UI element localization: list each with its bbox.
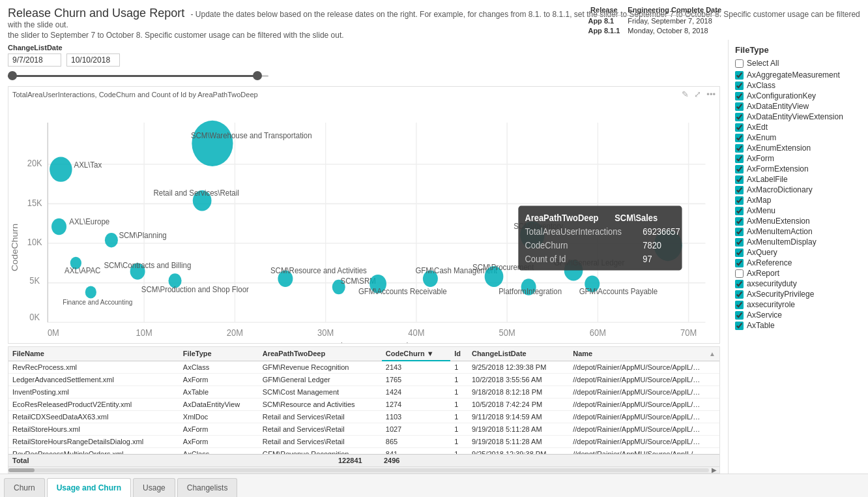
filetype-checkbox[interactable] — [735, 113, 744, 121]
col-filetype: FileType — [179, 347, 259, 361]
filetype-checkbox[interactable] — [735, 196, 744, 205]
filetype-checkbox[interactable] — [735, 248, 744, 257]
table-row[interactable]: InventPosting.xml AxTable SCM\Cost Manag… — [8, 386, 719, 399]
tab-usage-and-churn[interactable]: Usage and Churn — [47, 478, 131, 497]
table-row[interactable]: RetailStoreHoursRangeDetailsDialog.xml A… — [8, 436, 719, 448]
filetype-item[interactable]: AxLabelFile — [735, 174, 861, 185]
filetype-label: AxMap — [747, 196, 771, 205]
filetype-checkbox[interactable] — [735, 165, 744, 173]
filetype-label: AxEnumExtension — [747, 143, 811, 153]
filetype-checkbox[interactable] — [735, 228, 744, 236]
tab-changelists[interactable]: Changelists — [177, 478, 238, 497]
filetype-checkbox[interactable] — [735, 217, 744, 226]
filetype-checkbox[interactable] — [735, 71, 744, 80]
filetype-item[interactable]: axsecurityrole — [735, 299, 861, 310]
bubble-axl-europe[interactable] — [51, 218, 66, 235]
filetype-checkbox[interactable] — [735, 322, 744, 330]
filetype-checkbox[interactable] — [735, 102, 744, 111]
filetype-item[interactable]: AxEnumExtension — [735, 143, 861, 153]
filetype-item[interactable]: AxEnum — [735, 132, 861, 143]
filetype-item[interactable]: AxSecurityPrivilege — [735, 289, 861, 299]
horizontal-scrollbar[interactable] — [8, 468, 709, 473]
filetype-item[interactable]: AxReference — [735, 258, 861, 268]
bubble-scm-warehouse[interactable] — [192, 121, 233, 166]
cell-filetype: AxForm — [179, 423, 259, 436]
table-row[interactable]: RetailStoreHours.xml AxForm Retail and S… — [8, 423, 719, 436]
table-row[interactable]: RevRecProcess.xml AxClass GFM\Revenue Re… — [8, 361, 719, 374]
slider-thumb-right[interactable] — [253, 71, 262, 80]
svg-text:SCM\Resource and Activities: SCM\Resource and Activities — [270, 266, 367, 276]
filetype-item[interactable]: AxFormExtension — [735, 164, 861, 174]
bubble-axl-tax[interactable] — [50, 157, 72, 182]
date-from-input[interactable] — [8, 53, 61, 67]
filetype-checkbox[interactable] — [735, 175, 744, 184]
svg-text:TotalAreaUserInteractions: TotalAreaUserInteractions — [525, 227, 622, 237]
svg-text:GFM\Accounts Payable: GFM\Accounts Payable — [579, 287, 658, 297]
svg-text:AreaPathTwoDeep: AreaPathTwoDeep — [525, 213, 598, 224]
table-row[interactable]: EcoResReleasedProductV2Entity.xml AxData… — [8, 399, 719, 411]
filetype-item[interactable]: AxMap — [735, 195, 861, 205]
filetype-item[interactable]: AxQuery — [735, 247, 861, 258]
filetype-checkbox[interactable] — [735, 269, 744, 278]
scroll-right-arrow[interactable]: ▶ — [709, 466, 719, 473]
table-row[interactable]: RetailCDXSeedDataAX63.xml XmlDoc Retail … — [8, 411, 719, 423]
filetype-item[interactable]: AxEdt — [735, 122, 861, 132]
filetype-item[interactable]: AxDataEntityViewExtension — [735, 112, 861, 122]
filetype-item[interactable]: AxMenuItemDisplay — [735, 237, 861, 247]
slider-thumb-left[interactable] — [8, 71, 17, 80]
right-panel: FileType Select All AxAggregateMeasureme… — [728, 40, 868, 474]
filetype-checkbox[interactable] — [735, 290, 744, 299]
date-to-input[interactable] — [66, 53, 120, 67]
filetype-checkbox[interactable] — [735, 238, 744, 247]
bubble-scm-planning[interactable] — [105, 233, 118, 247]
chart-expand-icon[interactable]: ⤢ — [694, 89, 701, 99]
bubble-finance[interactable] — [85, 286, 96, 298]
tab-churn[interactable]: Churn — [4, 478, 45, 497]
filetype-checkbox[interactable] — [735, 259, 744, 267]
select-all-checkbox[interactable] — [735, 59, 744, 68]
filetype-checkbox[interactable] — [735, 186, 744, 194]
cell-area: SCM\Resource and Activities — [259, 399, 382, 411]
filetype-checkbox[interactable] — [735, 134, 744, 142]
filetype-item[interactable]: AxService — [735, 310, 861, 320]
filetype-item[interactable]: AxReport — [735, 268, 861, 279]
bottom-tabs: ChurnUsage and ChurnUsageChangelists — [0, 474, 868, 497]
cell-codechurn: 1424 — [382, 386, 450, 399]
eng-complete-col-header: Engineering Complete Date — [628, 5, 721, 16]
filetype-item[interactable]: AxMenuExtension — [735, 216, 861, 226]
table-row[interactable]: LedgerAdvancedSettlement.xml AxForm GFM\… — [8, 374, 719, 386]
filetype-checkbox[interactable] — [735, 301, 744, 309]
chart-more-icon[interactable]: ••• — [706, 89, 716, 99]
chart-svg: 0K 5K 10K 15K 20K CodeChurn 0M 10M 20M 3… — [8, 102, 719, 341]
filetype-item[interactable]: axsecurityduty — [735, 279, 861, 289]
table-row[interactable]: RevRecProcessMultipleOrders.xml AxClass … — [8, 448, 719, 455]
filetype-checkbox[interactable] — [735, 311, 744, 320]
svg-text:10K: 10K — [27, 237, 42, 248]
filetype-checkbox[interactable] — [735, 207, 744, 215]
filetype-item[interactable]: AxClass — [735, 80, 861, 91]
filetype-item[interactable]: AxMenuItemAction — [735, 226, 861, 237]
svg-text:60M: 60M — [590, 327, 606, 338]
tab-usage[interactable]: Usage — [133, 478, 175, 497]
filetype-item[interactable]: AxAggregateMeasurement — [735, 70, 861, 80]
filetype-item[interactable]: AxTable — [735, 320, 861, 331]
filetype-checkbox[interactable] — [735, 144, 744, 153]
select-all-item[interactable]: Select All — [735, 58, 861, 68]
filetype-item[interactable]: AxConfigurationKey — [735, 91, 861, 101]
cell-filetype: AxTable — [179, 386, 259, 399]
filetype-item[interactable]: AxDataEntityView — [735, 101, 861, 112]
release-table: Release Engineering Complete Date App 8.… — [588, 5, 721, 35]
svg-text:5K: 5K — [29, 276, 40, 286]
filetype-checkbox[interactable] — [735, 123, 744, 132]
svg-text:40M: 40M — [408, 327, 424, 338]
filetype-checkbox[interactable] — [735, 155, 744, 163]
chart-edit-icon[interactable]: ✎ — [682, 89, 689, 99]
filetype-checkbox[interactable] — [735, 92, 744, 100]
filetype-item[interactable]: AxMacroDictionary — [735, 185, 861, 195]
filetype-checkbox[interactable] — [735, 280, 744, 288]
filetype-item[interactable]: AxMenu — [735, 205, 861, 216]
filetype-item[interactable]: AxForm — [735, 153, 861, 164]
svg-text:50M: 50M — [499, 327, 515, 338]
filetype-checkbox[interactable] — [735, 82, 744, 90]
cell-filetype: AxForm — [179, 436, 259, 448]
